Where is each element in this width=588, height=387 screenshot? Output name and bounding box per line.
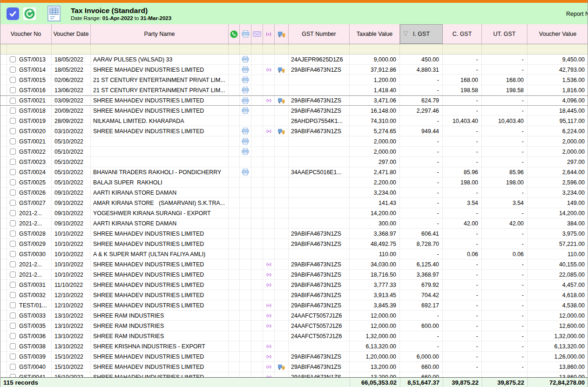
email-cell[interactable] (251, 65, 263, 75)
whatsapp-cell[interactable] (229, 311, 240, 320)
filter-cell[interactable] (289, 44, 350, 54)
email-cell[interactable] (251, 147, 263, 156)
signal-cell[interactable] (263, 259, 275, 269)
signal-cell[interactable] (263, 106, 275, 115)
truck-cell[interactable] (275, 136, 289, 146)
filter-cell[interactable] (482, 44, 527, 54)
signal-cell[interactable] (263, 280, 275, 290)
row-checkbox[interactable] (10, 220, 16, 226)
whatsapp-cell[interactable] (229, 270, 240, 279)
truck-cell[interactable] (275, 249, 289, 259)
row-checkbox[interactable] (10, 343, 16, 349)
whatsapp-cell[interactable] (229, 136, 240, 146)
truck-cell[interactable] (275, 96, 289, 105)
email-cell[interactable] (251, 259, 263, 269)
row-checkbox[interactable] (10, 138, 16, 144)
row-checkbox[interactable] (10, 128, 16, 134)
truck-cell[interactable] (275, 362, 289, 372)
signal-cell[interactable] (263, 239, 275, 249)
row-checkbox[interactable] (10, 312, 16, 319)
whatsapp-cell[interactable] (229, 65, 240, 75)
truck-cell[interactable] (275, 331, 289, 341)
filter-cell[interactable] (251, 44, 263, 54)
filter-cell[interactable] (52, 44, 91, 54)
signal-cell[interactable] (263, 126, 275, 136)
truck-cell[interactable] (275, 116, 289, 126)
email-cell[interactable] (251, 54, 263, 64)
row-checkbox[interactable] (10, 292, 16, 298)
print-cell[interactable] (240, 372, 251, 377)
row-checkbox[interactable] (10, 118, 16, 124)
row-checkbox[interactable] (10, 272, 16, 278)
print-cell[interactable] (240, 116, 251, 126)
row-checkbox[interactable] (10, 159, 16, 165)
whatsapp-cell[interactable] (229, 290, 240, 300)
printer-icon[interactable] (240, 24, 251, 44)
print-cell[interactable] (240, 239, 251, 249)
table-row[interactable]: GST/0041 15/10/2022 SHREE MAHADEV INDUST… (0, 372, 588, 377)
row-checkbox[interactable] (10, 200, 16, 206)
whatsapp-cell[interactable] (229, 352, 240, 361)
email-cell[interactable] (251, 208, 263, 218)
row-checkbox[interactable] (10, 353, 16, 360)
email-cell[interactable] (251, 290, 263, 300)
report-name-label[interactable]: Report N (566, 11, 588, 17)
whatsapp-cell[interactable] (229, 126, 240, 136)
signal-cell[interactable] (263, 177, 275, 187)
whatsapp-cell[interactable] (229, 157, 240, 167)
truck-cell[interactable] (275, 352, 289, 361)
truck-icon[interactable] (275, 24, 289, 44)
table-row[interactable]: GST/0032 12/10/2022 SHREE MAHADEV INDUST… (0, 290, 588, 300)
truck-cell[interactable] (275, 239, 289, 249)
email-cell[interactable] (251, 249, 263, 259)
email-cell[interactable] (251, 85, 263, 95)
refresh-icon[interactable] (23, 7, 36, 20)
truck-cell[interactable] (275, 85, 289, 95)
col-cgst[interactable]: C. GST (443, 24, 482, 44)
signal-cell[interactable] (263, 362, 275, 372)
email-cell[interactable] (251, 341, 263, 351)
signal-cell[interactable] (263, 116, 275, 126)
print-cell[interactable] (240, 54, 251, 64)
email-cell[interactable] (251, 157, 263, 167)
whatsapp-icon[interactable] (229, 24, 240, 44)
email-cell[interactable] (251, 280, 263, 290)
filter-cell[interactable] (263, 44, 275, 54)
print-cell[interactable] (240, 290, 251, 300)
row-checkbox[interactable] (10, 87, 16, 93)
row-checkbox[interactable] (10, 98, 16, 104)
table-row[interactable]: GST/0039 15/10/2022 SHREE MAHADEV INDUST… (0, 352, 588, 362)
email-cell[interactable] (251, 75, 263, 85)
signal-cell[interactable] (263, 229, 275, 238)
row-checkbox[interactable] (10, 77, 16, 83)
whatsapp-cell[interactable] (229, 321, 240, 331)
whatsapp-cell[interactable] (229, 362, 240, 372)
row-checkbox[interactable] (10, 231, 16, 237)
signal-cell[interactable] (263, 300, 275, 310)
filter-cell[interactable] (229, 44, 240, 54)
row-checkbox[interactable] (10, 323, 16, 329)
table-row[interactable]: GST/0031 11/10/2022 SHREE MAHADEV INDUST… (0, 280, 588, 290)
truck-cell[interactable] (275, 106, 289, 115)
spreadsheet-report-icon[interactable] (47, 6, 61, 21)
whatsapp-cell[interactable] (229, 218, 240, 228)
table-row[interactable]: GST/0027 09/10/2022 AMAR KIRANA STORE (S… (0, 198, 588, 208)
email-cell[interactable] (251, 177, 263, 187)
print-cell[interactable] (240, 75, 251, 85)
col-igst[interactable]: I. GST (400, 24, 443, 44)
table-row[interactable]: GST/0015 02/06/2022 21 ST CENTURY ENTERT… (0, 75, 588, 85)
col-voucher-value[interactable]: Voucher Value (527, 24, 588, 44)
check-icon[interactable] (7, 7, 19, 20)
row-checkbox[interactable] (10, 56, 16, 62)
truck-cell[interactable] (275, 290, 289, 300)
table-row[interactable]: GST/0033 13/10/2022 SHREE RAM INDUSTRIES… (0, 311, 588, 321)
table-row[interactable]: GST/0029 10/10/2022 SHREE MAHADEV INDUST… (0, 239, 588, 249)
truck-cell[interactable] (275, 167, 289, 177)
print-cell[interactable] (240, 126, 251, 136)
truck-cell[interactable] (275, 280, 289, 290)
truck-cell[interactable] (275, 147, 289, 156)
signal-cell[interactable] (263, 85, 275, 95)
whatsapp-cell[interactable] (229, 280, 240, 290)
email-cell[interactable] (251, 300, 263, 310)
email-cell[interactable] (251, 167, 263, 177)
